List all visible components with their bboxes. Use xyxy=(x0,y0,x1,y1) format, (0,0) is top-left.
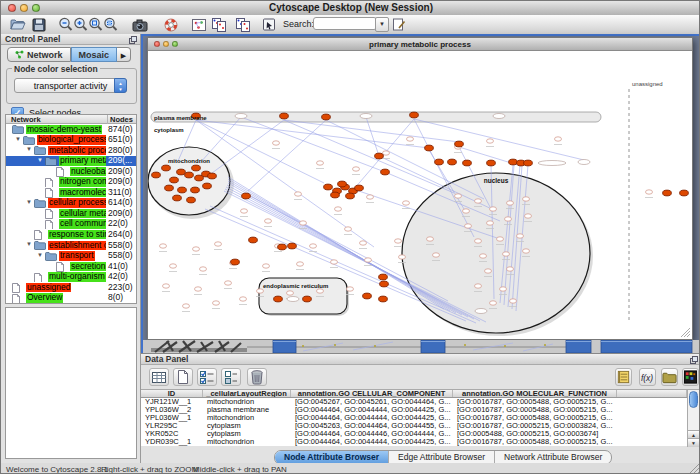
network-node[interactable] xyxy=(347,287,354,291)
network-node-selected-orange[interactable] xyxy=(165,185,174,191)
network-node-selected-orange[interactable] xyxy=(355,185,364,191)
network-node[interactable] xyxy=(331,260,338,264)
network-node-pill[interactable] xyxy=(578,160,590,165)
network-node-selected-orange[interactable] xyxy=(288,243,297,249)
net-close-icon[interactable] xyxy=(154,41,160,47)
network-node-selected-orange[interactable] xyxy=(455,141,464,147)
network-node-selected-orange[interactable] xyxy=(380,281,389,287)
search-input[interactable] xyxy=(313,17,377,30)
network-node-pill[interactable] xyxy=(360,114,372,119)
network-node-selected-orange[interactable] xyxy=(363,293,372,299)
network-node[interactable] xyxy=(487,221,494,225)
network-node[interactable] xyxy=(510,299,517,303)
tab-network[interactable]: Network xyxy=(7,47,71,62)
network-node[interactable] xyxy=(465,224,472,228)
table-scrollbar[interactable]: ▲ ▼ xyxy=(687,389,700,447)
network-node-selected-orange[interactable] xyxy=(379,274,388,280)
network-node[interactable] xyxy=(525,214,532,218)
tree-row[interactable]: ▼primary metabo209(... xyxy=(6,156,136,167)
network-node[interactable] xyxy=(215,242,222,246)
new-attribute-icon[interactable] xyxy=(173,368,193,386)
network-node[interactable] xyxy=(517,234,524,238)
window-titlebar[interactable]: Cytoscape Desktop (New Session) xyxy=(1,1,700,16)
network-node[interactable] xyxy=(297,262,304,266)
network-node-selected-orange[interactable] xyxy=(192,165,201,171)
table-row[interactable]: YLR295Ccytoplasm[GO:0045263, GO:0044464,… xyxy=(141,422,687,430)
network-node-selected-orange[interactable] xyxy=(381,169,390,175)
attribute-editor-icon[interactable] xyxy=(615,368,632,386)
vizmapper-icon[interactable] xyxy=(260,16,278,33)
network-node[interactable] xyxy=(257,289,264,293)
table-row[interactable]: YPL036W__2plasma membrane[GO:0044464, GO… xyxy=(141,406,687,414)
network-node[interactable] xyxy=(507,267,514,271)
network-node-selected-orange[interactable] xyxy=(185,172,194,178)
network-node-pill[interactable] xyxy=(287,297,299,302)
table-icon[interactable] xyxy=(149,368,169,386)
network-node[interactable] xyxy=(225,281,232,285)
network-node[interactable] xyxy=(273,141,280,145)
network-node[interactable] xyxy=(399,255,406,259)
import-attributes-icon[interactable] xyxy=(661,368,678,386)
unselect-attributes-icon[interactable] xyxy=(221,368,241,386)
network-node[interactable] xyxy=(487,139,494,143)
network-node[interactable] xyxy=(160,244,167,248)
background-window-fragments[interactable] xyxy=(143,340,699,353)
network-node[interactable] xyxy=(200,267,207,271)
tree-row[interactable]: ▼establishment of lo558(0) xyxy=(6,240,136,251)
network-node-selected-orange[interactable] xyxy=(509,159,518,165)
network-node-selected-orange[interactable] xyxy=(324,184,333,190)
tree-row[interactable]: Overview8(0) xyxy=(6,293,136,304)
network-node-pill[interactable] xyxy=(475,309,487,314)
network-node[interactable] xyxy=(507,201,514,205)
network-node-selected-orange[interactable] xyxy=(487,160,496,166)
scroll-down-icon[interactable]: ▼ xyxy=(688,438,699,447)
network-node[interactable] xyxy=(353,167,360,171)
network-node[interactable] xyxy=(317,161,324,165)
network-node[interactable] xyxy=(170,264,177,268)
network-node-selected-orange[interactable] xyxy=(331,192,340,198)
tree-row[interactable]: cellular metabo209(0) xyxy=(6,208,136,219)
network-canvas[interactable]: plasma membrane cytoplasm mitochondrion … xyxy=(148,51,692,339)
table-column-header[interactable]: annotation.GO CELLULAR_COMPONENT xyxy=(291,390,453,397)
network-node[interactable] xyxy=(360,241,367,245)
network-node-selected-orange[interactable] xyxy=(338,181,347,187)
help-icon[interactable] xyxy=(162,16,180,33)
network-node[interactable] xyxy=(213,301,220,305)
network-node[interactable] xyxy=(555,137,562,141)
network-node-selected-orange[interactable] xyxy=(178,187,187,193)
table-column-header[interactable]: annotation.GO MOLECULAR_FUNCTION xyxy=(453,390,617,397)
network-node-selected-orange[interactable] xyxy=(177,169,186,175)
network-node-selected-orange[interactable] xyxy=(191,187,200,193)
network-node-selected-orange[interactable] xyxy=(187,197,196,203)
network-node[interactable] xyxy=(475,239,482,243)
search-edit-icon[interactable] xyxy=(390,16,408,33)
table-column-header[interactable]: _cellularLayoutRegion xyxy=(203,390,291,397)
tree-row[interactable]: ▼cellular process614(0) xyxy=(6,198,136,209)
network-node[interactable] xyxy=(195,287,202,291)
network-node[interactable] xyxy=(295,192,302,196)
expand-arrow-icon[interactable]: ▼ xyxy=(37,157,43,163)
expand-arrow-icon[interactable]: ▼ xyxy=(26,241,32,247)
tab-mosaic[interactable]: Mosaic xyxy=(71,47,118,62)
network-node-selected-orange[interactable] xyxy=(231,259,240,265)
network-node[interactable] xyxy=(455,194,462,198)
network-node-selected-orange[interactable] xyxy=(524,160,533,166)
minimize-window-icon[interactable] xyxy=(20,4,28,12)
scrollbar-thumb[interactable] xyxy=(689,391,698,408)
zoom-selected-icon[interactable] xyxy=(102,16,120,33)
network-node[interactable] xyxy=(427,237,434,241)
network-node-selected-orange[interactable] xyxy=(303,296,312,302)
net-zoom-icon[interactable] xyxy=(172,41,178,47)
network-node[interactable] xyxy=(646,190,653,194)
network-node[interactable] xyxy=(523,249,530,253)
window-resize-grip[interactable] xyxy=(689,464,699,474)
network-node-selected-orange[interactable] xyxy=(379,296,388,302)
network-node[interactable] xyxy=(490,207,497,211)
tree-row[interactable]: nucleobase-c209(0) xyxy=(6,166,136,177)
network-node[interactable] xyxy=(241,209,248,213)
network-node-selected-orange[interactable] xyxy=(663,190,672,196)
network-node[interactable] xyxy=(383,151,390,155)
network-node-selected-orange[interactable] xyxy=(170,177,179,183)
network-node[interactable] xyxy=(480,254,487,258)
network-node[interactable] xyxy=(463,209,470,213)
